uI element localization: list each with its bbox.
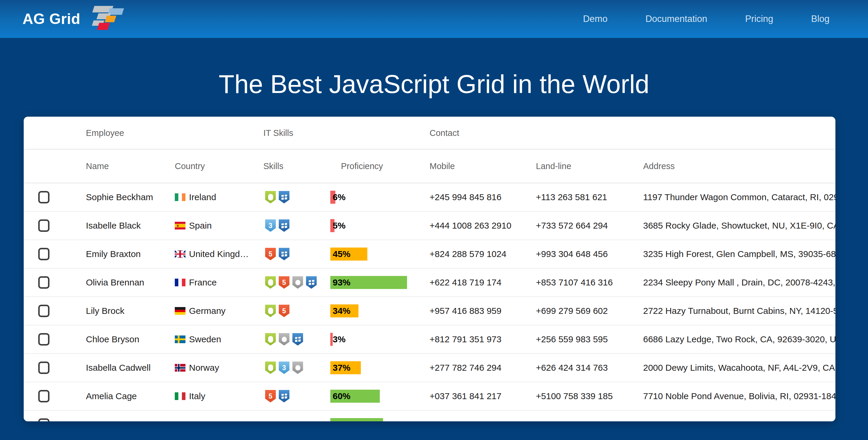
cell-landline: +113 263 581 621 [536,192,607,202]
cell-landline: +5100 758 339 185 [536,391,613,401]
cell-skills [265,191,289,203]
country-flag-icon [175,279,185,286]
country-label: Norway [189,363,219,373]
cell-proficiency [330,418,413,421]
row-select-checkbox[interactable] [38,276,50,289]
country-flag-icon [175,193,185,201]
data-grid: Employee IT Skills Contact Name Country … [24,117,835,421]
proficiency-value: 60% [333,390,350,403]
proficiency-value: 93% [333,276,350,289]
html5-icon: 5 [279,276,289,289]
cell-skills: 3 [265,362,303,374]
nav-link-blog[interactable]: Blog [811,13,830,24]
cell-name: Isabelle Black [86,221,141,231]
cell-proficiency: 45% [330,248,413,260]
country-label: Sweden [189,334,221,344]
table-row[interactable]: Isabelle Black Spain 3 5% +444 1008 263 … [24,212,835,240]
android-icon [265,305,276,317]
row-select-checkbox[interactable] [38,362,50,374]
country-label: United Kingd… [189,249,249,259]
table-row[interactable]: Sophie Beckham Ireland 6% +245 994 845 8… [24,183,835,212]
grid-rows: Sophie Beckham Ireland 6% +245 994 845 8… [24,183,835,421]
cell-landline: +733 572 664 294 [536,221,608,231]
cell-proficiency: 34% [330,304,413,317]
table-row[interactable] [24,411,835,421]
group-header-contact: Contact [430,128,459,138]
brand[interactable]: AG Grid [23,0,128,38]
nav-links: Demo Documentation Pricing Blog [583,0,830,38]
windows-icon [306,276,317,289]
row-select-checkbox[interactable] [38,191,50,203]
cell-skills: 5 [265,248,289,260]
cell-name: Lily Brock [86,306,124,316]
table-row[interactable]: Emily Braxton United Kingd… 5 45% +824 2… [24,240,835,269]
android-icon [265,191,276,203]
cell-name: Olivia Brennan [86,278,144,287]
cell-name: Amelia Cage [86,391,137,401]
cell-name: Sophie Beckham [86,192,153,202]
nav-link-documentation[interactable]: Documentation [646,13,707,24]
proficiency-value: 45% [333,248,350,260]
cell-skills: 3 [265,219,289,232]
row-select-checkbox[interactable] [38,248,50,260]
country-label: Ireland [189,192,216,202]
proficiency-value: 3% [333,333,345,346]
windows-icon [279,390,289,402]
row-select-checkbox[interactable] [38,418,50,421]
table-row[interactable]: Amelia Cage Italy 5 60% +037 361 841 217… [24,382,835,411]
column-header-country[interactable]: Country [175,161,205,171]
cell-skills [265,333,303,346]
column-header-address[interactable]: Address [643,161,675,171]
cell-landline: +993 304 648 456 [536,249,608,259]
country-label: Germany [189,306,225,316]
cell-landline: +626 424 314 763 [536,363,608,373]
windows-icon [292,333,303,346]
windows-icon [279,248,289,260]
nav-link-demo[interactable]: Demo [583,13,608,24]
column-header-proficiency[interactable]: Proficiency [341,161,383,171]
cell-mobile: +622 418 719 174 [430,278,501,287]
cell-name: Emily Braxton [86,249,141,259]
table-row[interactable]: Olivia Brennan France 5 93% +622 418 719… [24,269,835,297]
cell-country: France [175,278,217,287]
windows-icon [279,219,289,232]
cell-country: United Kingd… [175,249,249,259]
css3-icon: 3 [279,362,289,374]
column-header-landline[interactable]: Land-line [536,161,571,171]
cell-skills: 5 [265,305,289,317]
column-header-name[interactable]: Name [86,161,109,171]
nav-link-pricing[interactable]: Pricing [745,13,773,24]
row-select-checkbox[interactable] [38,390,50,402]
proficiency-value: 5% [333,219,345,232]
cell-country: Italy [175,391,205,401]
column-header-mobile[interactable]: Mobile [430,161,455,171]
android-icon [265,362,276,374]
proficiency-value: 37% [333,361,350,374]
html5-icon: 5 [265,390,276,402]
row-select-checkbox[interactable] [38,219,50,232]
table-row[interactable]: Isabella Cadwell Norway 3 37% +277 782 7… [24,354,835,382]
row-select-checkbox[interactable] [38,305,50,317]
country-label: Spain [189,221,212,231]
cell-address: 2722 Hazy Turnabout, Burnt Cabins, NY, 1… [643,306,835,316]
cell-country: Norway [175,363,219,373]
cell-skills: 5 [265,390,289,402]
group-header-employee: Employee [86,128,124,138]
proficiency-bar [330,418,383,421]
mac-icon [292,276,303,289]
cell-mobile: +824 288 579 1024 [430,249,506,259]
css3-icon: 3 [265,219,276,232]
table-row[interactable]: Chloe Bryson Sweden 3% +812 791 351 973 … [24,325,835,354]
page-title: The Best JavaScript Grid in the World [0,69,868,99]
country-flag-icon [175,364,185,372]
country-flag-icon [175,250,185,258]
cell-name: Chloe Bryson [86,334,139,344]
row-select-checkbox[interactable] [38,333,50,346]
cell-proficiency: 6% [330,191,413,204]
country-label: France [189,278,217,287]
cell-country: Germany [175,306,225,316]
column-header-skills[interactable]: Skills [264,161,283,171]
country-label: Italy [189,391,205,401]
table-row[interactable]: Lily Brock Germany 5 34% +957 416 883 95… [24,297,835,325]
android-icon [265,276,276,289]
